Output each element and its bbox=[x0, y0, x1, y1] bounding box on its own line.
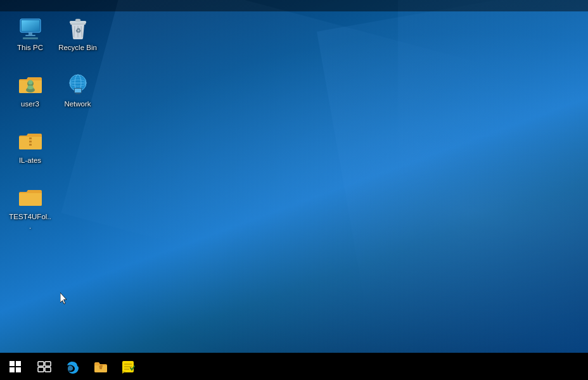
recycle-bin-icon-image: ♻ bbox=[65, 15, 91, 41]
desktop-icon-il-ates-label: IL-ates bbox=[19, 156, 41, 165]
desktop-icon-user3-label: user3 bbox=[21, 99, 39, 109]
desktop-icon-this-pc[interactable]: This PC bbox=[6, 11, 54, 56]
svg-rect-35 bbox=[38, 367, 44, 372]
file-explorer-button[interactable] bbox=[86, 353, 114, 380]
svg-text:♻: ♻ bbox=[75, 27, 80, 34]
svg-rect-5 bbox=[23, 37, 38, 39]
task-view-button[interactable] bbox=[30, 353, 58, 380]
network-icon-image bbox=[65, 72, 91, 97]
desktop-icon-test4ufol[interactable]: TEST4UFol... bbox=[6, 180, 54, 235]
start-button[interactable] bbox=[0, 353, 30, 380]
svg-rect-4 bbox=[25, 35, 35, 36]
desktop-icon-recycle-bin[interactable]: ♻ Recycle Bin bbox=[54, 11, 101, 56]
edge-icon bbox=[65, 360, 79, 374]
desktop-icon-column-1: This PC user3 bbox=[6, 11, 54, 241]
desktop-icon-il-ates[interactable]: IL-ates bbox=[6, 124, 54, 169]
file-explorer-icon bbox=[93, 360, 107, 374]
il-ates-icon-image bbox=[18, 128, 43, 153]
desktop-icon-this-pc-label: This PC bbox=[17, 43, 43, 53]
test4ufol-icon-image bbox=[18, 184, 43, 210]
svg-point-8 bbox=[28, 80, 32, 84]
user3-icon-image bbox=[18, 72, 43, 97]
top-band bbox=[0, 0, 588, 11]
svg-rect-36 bbox=[45, 367, 51, 372]
taskbar bbox=[0, 353, 588, 380]
svg-rect-28 bbox=[75, 93, 80, 94]
svg-rect-26 bbox=[75, 89, 81, 92]
svg-rect-10 bbox=[29, 137, 32, 139]
start-icon bbox=[10, 361, 21, 372]
desktop-icon-column-2: ♻ Recycle Bin bbox=[54, 11, 101, 119]
svg-rect-30 bbox=[16, 361, 21, 366]
desktop: This PC user3 bbox=[0, 0, 588, 353]
svg-rect-11 bbox=[29, 141, 32, 142]
edge-button[interactable] bbox=[58, 353, 86, 380]
desktop-icon-user3[interactable]: user3 bbox=[6, 68, 54, 113]
svg-rect-12 bbox=[29, 144, 32, 146]
svg-rect-15 bbox=[75, 19, 80, 22]
light-ray-3 bbox=[398, 0, 588, 353]
svg-point-9 bbox=[27, 86, 34, 89]
desktop-icon-network[interactable]: Network bbox=[54, 68, 101, 113]
desktop-icon-recycle-bin-label: Recycle Bin bbox=[58, 43, 97, 53]
svg-rect-2 bbox=[22, 20, 39, 31]
svg-rect-34 bbox=[45, 362, 51, 366]
desktop-icon-network-label: Network bbox=[64, 99, 91, 109]
this-pc-icon-image bbox=[18, 15, 43, 41]
desktop-icon-test4ufol-label: TEST4UFol... bbox=[9, 212, 51, 231]
task-view-icon bbox=[37, 360, 51, 374]
sticky-notes-button[interactable] bbox=[114, 353, 142, 380]
svg-rect-33 bbox=[38, 362, 44, 366]
svg-rect-32 bbox=[16, 367, 21, 372]
sticky-notes-icon bbox=[121, 360, 135, 374]
svg-rect-31 bbox=[10, 367, 15, 372]
svg-rect-29 bbox=[10, 361, 15, 366]
